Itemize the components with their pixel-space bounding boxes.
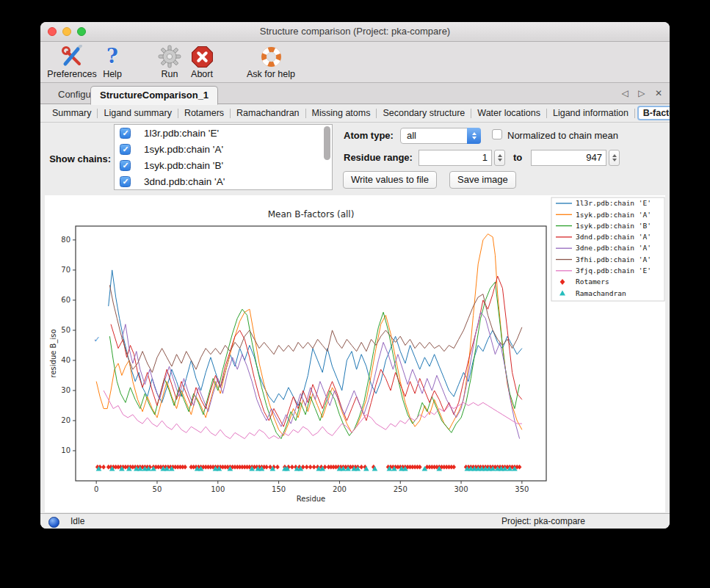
- y-tick-label: 40: [61, 356, 70, 364]
- chain-checkbox[interactable]: [120, 160, 131, 171]
- zoom-window-button[interactable]: [77, 27, 86, 36]
- subtab-b-factors[interactable]: B-factors: [637, 106, 670, 120]
- show-chains-label: Show chains:: [46, 153, 111, 164]
- abort-icon: [191, 44, 214, 69]
- controls-panel: Show chains: 1l3r.pdb:chain 'E'1syk.pdb:…: [40, 123, 670, 198]
- y-axis-label: residue B_iso: [49, 329, 58, 377]
- chain-list-item[interactable]: 1syk.pdb:chain 'A': [115, 141, 332, 157]
- lifebuoy-icon: [260, 44, 283, 69]
- x-tick-label: 100: [211, 485, 225, 493]
- sub-tabs: SummaryLigand summaryRotamersRamachandra…: [46, 106, 670, 120]
- y-tick-label: 70: [61, 266, 70, 274]
- toolbar: Preferences ? Help: [40, 42, 670, 83]
- status-dot-icon: [48, 517, 59, 528]
- x-tick-label: 350: [515, 485, 529, 493]
- x-tick-label: 50: [153, 485, 162, 493]
- normalized-checkbox[interactable]: [492, 129, 502, 139]
- normalized-label: Normalized to chain mean: [507, 130, 618, 141]
- subtab-secondary-structure[interactable]: Secondary structure: [377, 108, 471, 118]
- window-title: Structure comparison (Project: pka-compa…: [40, 22, 670, 41]
- chain-label: 1l3r.pdb:chain 'E': [144, 128, 219, 139]
- chain-list[interactable]: 1l3r.pdb:chain 'E'1syk.pdb:chain 'A'1syk…: [114, 124, 333, 190]
- run-button[interactable]: Run: [153, 44, 186, 79]
- abort-button[interactable]: Abort: [186, 44, 218, 79]
- subtab-water-locations[interactable]: Water locations: [471, 108, 546, 118]
- to-label: to: [513, 152, 522, 163]
- minimize-window-button[interactable]: [62, 27, 71, 36]
- subtab-ligand-summary[interactable]: Ligand summary: [98, 108, 177, 118]
- chain-checkbox[interactable]: [120, 176, 131, 187]
- check-annotation: ✓: [93, 335, 100, 344]
- tab-structurecomparison-1[interactable]: StructureComparison_1: [90, 86, 218, 105]
- chain-checkbox[interactable]: [120, 128, 131, 139]
- residue-from-input[interactable]: 1: [419, 150, 492, 166]
- y-tick-label: 60: [61, 296, 70, 304]
- subtab-summary[interactable]: Summary: [46, 108, 97, 118]
- residue-from-stepper[interactable]: [494, 150, 505, 166]
- run-label: Run: [162, 69, 178, 79]
- bfactor-chart: ✓0501001502002503003501020304050607080Me…: [45, 195, 665, 512]
- chain-checkbox[interactable]: [120, 144, 131, 155]
- x-tick-label: 200: [333, 485, 347, 493]
- tab-nav: ◁ ▷ ✕: [615, 83, 662, 104]
- gear-icon: [158, 44, 181, 69]
- sub-tab-bar: SummaryLigand summaryRotamersRamachandra…: [40, 104, 670, 123]
- subtab-rotamers[interactable]: Rotamers: [178, 108, 230, 118]
- help-button[interactable]: ? Help: [99, 44, 126, 79]
- project-label: Project: pka-compare: [501, 516, 585, 526]
- close-window-button[interactable]: [48, 27, 57, 36]
- chain-list-item[interactable]: 1l3r.pdb:chain 'E': [115, 125, 332, 141]
- titlebar[interactable]: Structure comparison (Project: pka-compa…: [40, 22, 670, 42]
- ask-for-help-button[interactable]: Ask for help: [240, 44, 302, 79]
- chain-list-scrollbar[interactable]: [324, 126, 330, 160]
- chain-list-item[interactable]: 1syk.pdb:chain 'B': [115, 157, 332, 173]
- tab-close-icon[interactable]: ✕: [655, 88, 662, 98]
- preferences-button[interactable]: Preferences: [46, 44, 98, 79]
- chain-label: 1syk.pdb:chain 'A': [144, 144, 223, 155]
- legend-entry-label: Ramachandran: [576, 289, 626, 297]
- save-image-button[interactable]: Save image: [449, 171, 516, 189]
- bfactor-chart-panel: ✓0501001502002503003501020304050607080Me…: [45, 195, 665, 512]
- traffic-lights: [48, 27, 86, 36]
- legend-entry-label: 1syk.pdb:chain 'B': [576, 222, 651, 230]
- subtab-ligand-information[interactable]: Ligand information: [547, 108, 634, 118]
- y-tick-label: 10: [61, 446, 70, 454]
- residue-range-label: Residue range:: [344, 152, 413, 163]
- subtab-missing-atoms[interactable]: Missing atoms: [306, 108, 377, 118]
- residue-to-input[interactable]: 947: [531, 150, 606, 166]
- help-label: Help: [103, 69, 122, 79]
- status-text: Idle: [70, 516, 84, 526]
- abort-label: Abort: [191, 69, 213, 79]
- y-tick-label: 20: [61, 416, 70, 424]
- legend-entry-label: 3dne.pdb:chain 'A': [576, 244, 651, 252]
- tools-icon: [59, 44, 84, 69]
- x-axis-label: Residue: [297, 495, 325, 503]
- x-tick-label: 250: [394, 485, 407, 493]
- help-icon: ?: [106, 44, 118, 69]
- subtab-ramachandran[interactable]: Ramachandran: [231, 108, 305, 118]
- ask-for-help-label: Ask for help: [247, 69, 295, 79]
- legend-entry-label: 3dnd.pdb:chain 'A': [576, 233, 651, 241]
- atom-type-select[interactable]: all: [400, 128, 481, 144]
- chart-title: Mean B-factors (all): [268, 209, 355, 219]
- chain-list-item[interactable]: 3dnd.pdb:chain 'A': [115, 173, 332, 189]
- atom-type-value: all: [407, 130, 416, 141]
- x-tick-label: 150: [272, 485, 286, 493]
- tab-prev-icon[interactable]: ◁: [622, 88, 629, 98]
- residue-to-stepper[interactable]: [609, 150, 620, 166]
- write-values-button[interactable]: Write values to file: [343, 171, 437, 189]
- legend-entry-label: 3fhi.pdb:chain 'A': [576, 255, 651, 264]
- status-bar: Idle Project: pka-compare: [40, 513, 670, 529]
- app-window: Structure comparison (Project: pka-compa…: [40, 22, 670, 529]
- y-tick-label: 80: [61, 236, 70, 244]
- tab-next-icon[interactable]: ▷: [638, 88, 645, 98]
- legend-entry-label: 1l3r.pdb:chain 'E': [576, 199, 651, 207]
- chain-label: 3dnd.pdb:chain 'A': [144, 176, 225, 187]
- main-tab-bar: Configure StructureComparison_1 ◁ ▷ ✕: [40, 83, 670, 104]
- legend-entry-label: 1syk.pdb:chain 'A': [576, 211, 651, 219]
- legend-entry-label: 3fjq.pdb:chain 'E': [576, 266, 651, 275]
- y-tick-label: 50: [61, 326, 70, 334]
- preferences-label: Preferences: [47, 69, 96, 79]
- y-tick-label: 30: [61, 386, 70, 394]
- atom-type-label: Atom type:: [344, 130, 394, 141]
